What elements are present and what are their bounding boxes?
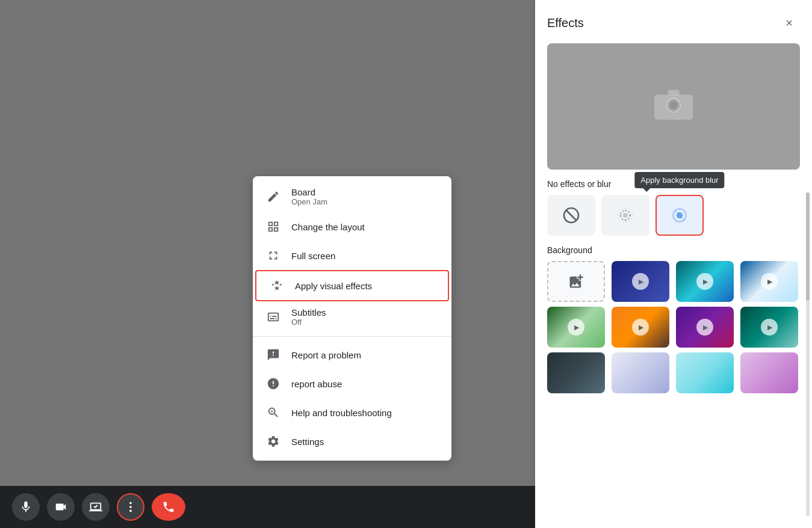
svg-point-8 <box>129 502 132 505</box>
settings-icon <box>265 433 282 450</box>
sparkles-icon <box>268 277 285 294</box>
menu-item-report-title: Report a problem <box>291 350 361 360</box>
play-icon-5 <box>632 319 649 336</box>
svg-point-9 <box>129 506 132 508</box>
background-tile-5[interactable] <box>612 307 669 348</box>
background-tile-4[interactable] <box>547 307 605 348</box>
menu-item-help[interactable]: Help and troubleshooting <box>253 398 451 427</box>
scrollbar-track <box>806 192 810 516</box>
background-label: Background <box>547 245 800 255</box>
menu-divider-1 <box>253 336 451 337</box>
background-tile-8[interactable] <box>547 352 605 393</box>
effects-panel: Effects × No effects or blur Ap <box>535 0 812 528</box>
subtitles-icon <box>265 309 282 325</box>
menu-item-subtitles[interactable]: Subtitles Off <box>253 301 451 333</box>
report-problem-icon <box>265 346 282 363</box>
menu-item-settings-text: Settings <box>291 437 324 447</box>
menu-item-layout[interactable]: Change the layout <box>253 212 451 241</box>
background-tile-9[interactable] <box>612 352 669 393</box>
menu-item-subtitles-text: Subtitles Off <box>291 307 326 327</box>
svg-point-10 <box>129 510 132 512</box>
menu-item-board-subtitle: Open Jam <box>291 197 327 206</box>
end-call-button[interactable] <box>152 493 185 521</box>
scrollbar-thumb[interactable] <box>806 192 810 301</box>
menu-item-report-problem[interactable]: Report a problem <box>253 340 451 369</box>
play-icon-4 <box>568 319 584 336</box>
menu-item-settings[interactable]: Settings <box>253 427 451 456</box>
alert-icon <box>265 375 282 392</box>
play-icon-2 <box>696 273 713 290</box>
play-icon-6 <box>696 319 713 336</box>
background-tile-7[interactable] <box>740 307 798 348</box>
menu-item-board-title: Board <box>291 187 327 197</box>
background-blur-button[interactable] <box>655 195 704 236</box>
upload-background-tile[interactable] <box>547 261 605 302</box>
mic-button[interactable] <box>12 493 40 521</box>
menu-item-report-abuse[interactable]: report abuse <box>253 369 451 398</box>
more-options-button[interactable] <box>117 493 144 521</box>
menu-item-abuse-title: report abuse <box>291 379 342 389</box>
menu-item-help-text: Help and troubleshooting <box>291 408 392 418</box>
layout-icon <box>265 218 282 235</box>
svg-point-13 <box>670 102 678 109</box>
play-icon-7 <box>761 319 778 336</box>
pencil-icon <box>265 188 282 205</box>
dropdown-menu: Board Open Jam Change the layout Full sc… <box>253 176 451 461</box>
background-grid <box>547 261 800 393</box>
menu-item-help-title: Help and troubleshooting <box>291 408 392 418</box>
background-tile-11[interactable] <box>740 352 798 393</box>
menu-item-fullscreen-text: Full screen <box>291 251 335 261</box>
preview-camera-icon <box>649 81 698 132</box>
effects-header: Effects × <box>547 12 800 34</box>
effects-preview <box>547 43 800 170</box>
no-effects-label: No effects or blur <box>547 179 800 189</box>
menu-item-report-text: Report a problem <box>291 350 361 360</box>
svg-rect-14 <box>668 90 679 96</box>
background-tile-6[interactable] <box>676 307 734 348</box>
svg-point-15 <box>623 213 628 218</box>
menu-item-effects-text: Apply visual effects <box>295 281 372 291</box>
menu-item-layout-title: Change the layout <box>291 222 365 232</box>
menu-item-board[interactable]: Board Open Jam <box>253 181 451 212</box>
camera-button[interactable] <box>47 493 75 521</box>
menu-item-subtitles-subtitle: Off <box>291 318 326 327</box>
menu-item-abuse-text: report abuse <box>291 379 342 389</box>
play-icon-3 <box>761 273 778 290</box>
effects-close-button[interactable]: × <box>778 12 800 34</box>
menu-item-board-text: Board Open Jam <box>291 187 327 206</box>
effects-options-row: Apply background blur <box>547 195 800 236</box>
menu-item-effects[interactable]: Apply visual effects <box>255 270 449 301</box>
menu-item-settings-title: Settings <box>291 437 324 447</box>
background-tile-3[interactable] <box>740 261 798 302</box>
menu-item-layout-text: Change the layout <box>291 222 365 232</box>
menu-item-effects-title: Apply visual effects <box>295 281 372 291</box>
menu-item-subtitles-title: Subtitles <box>291 307 326 318</box>
present-button[interactable] <box>82 493 110 521</box>
background-tile-10[interactable] <box>676 352 734 393</box>
menu-item-fullscreen[interactable]: Full screen <box>253 241 451 270</box>
background-tile-2[interactable] <box>676 261 734 302</box>
bottom-bar-left <box>12 493 185 521</box>
fullscreen-icon <box>265 247 282 264</box>
effects-title: Effects <box>547 16 584 30</box>
menu-item-fullscreen-title: Full screen <box>291 251 335 261</box>
blur-button-wrap: Apply background blur <box>655 195 704 236</box>
background-tile-1[interactable] <box>612 261 669 302</box>
slight-blur-button[interactable] <box>601 195 649 236</box>
no-effect-button[interactable] <box>547 195 595 236</box>
help-icon <box>265 404 282 421</box>
play-icon-1 <box>632 273 649 290</box>
